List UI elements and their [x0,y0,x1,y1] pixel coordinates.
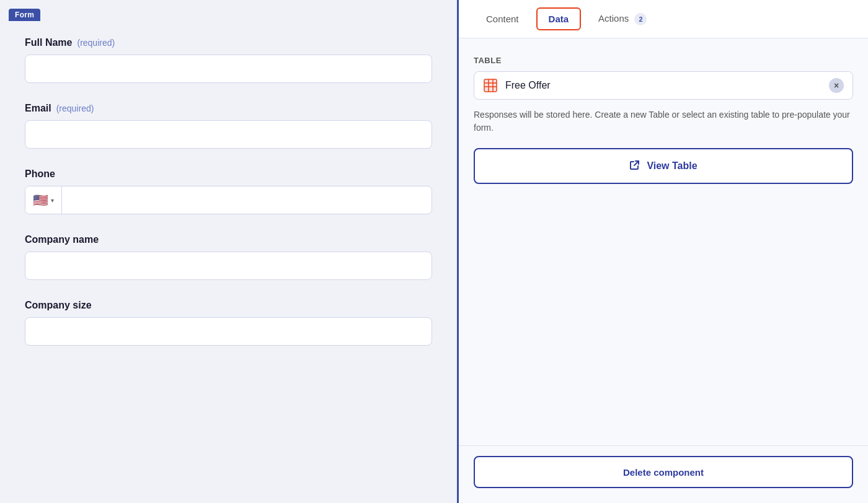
table-grid-icon [483,78,498,93]
phone-country-selector[interactable]: 🇺🇸 ▾ [25,186,62,214]
company-size-label: Company size [25,300,432,311]
company-size-input[interactable] [25,317,432,346]
company-name-label: Company name [25,234,432,245]
tabs-bar: Content Data Actions 2 [459,0,868,38]
external-link-icon [629,159,640,173]
view-table-label: View Table [647,160,697,172]
email-required: (required) [56,103,94,113]
email-input[interactable] [25,120,432,149]
phone-number-input[interactable] [62,186,432,214]
view-table-button[interactable]: View Table [474,148,853,184]
company-name-field: Company name [25,234,432,280]
full-name-label: Full Name (required) [25,37,432,48]
form-fields-container: Full Name (required) Email (required) Ph… [0,0,457,364]
table-selector: Free Offer × [474,71,853,100]
clear-table-button[interactable]: × [829,78,844,93]
table-section-label: Table [474,56,853,65]
company-name-input[interactable] [25,252,432,280]
close-icon: × [834,81,839,90]
full-name-required: (required) [77,38,115,48]
phone-field: Phone 🇺🇸 ▾ [25,168,432,214]
tab-data[interactable]: Data [536,7,582,30]
email-label: Email (required) [25,103,432,114]
us-flag-icon: 🇺🇸 [33,193,48,208]
selected-table-name: Free Offer [505,80,551,91]
tab-actions[interactable]: Actions 2 [586,7,659,32]
actions-badge: 2 [634,13,647,25]
company-size-field: Company size [25,300,432,346]
right-panel: Content Data Actions 2 Table [459,0,868,503]
form-panel: Form Full Name (required) Email (require… [0,0,459,503]
phone-label: Phone [25,168,432,180]
full-name-field: Full Name (required) [25,37,432,83]
chevron-down-icon: ▾ [51,197,54,204]
phone-input-wrapper: 🇺🇸 ▾ [25,186,432,214]
table-helper-text: Responses will be stored here. Create a … [474,108,853,134]
full-name-input[interactable] [25,55,432,83]
table-selector-left: Free Offer [483,78,551,93]
panel-content: Table Free Offer × [459,38,868,445]
svg-rect-0 [484,79,497,92]
tab-content[interactable]: Content [474,7,531,30]
panel-bottom: Delete component [459,445,868,503]
delete-component-label: Delete component [623,467,704,478]
email-field: Email (required) [25,103,432,149]
delete-component-button[interactable]: Delete component [474,456,853,488]
form-tag: Form [9,9,40,21]
